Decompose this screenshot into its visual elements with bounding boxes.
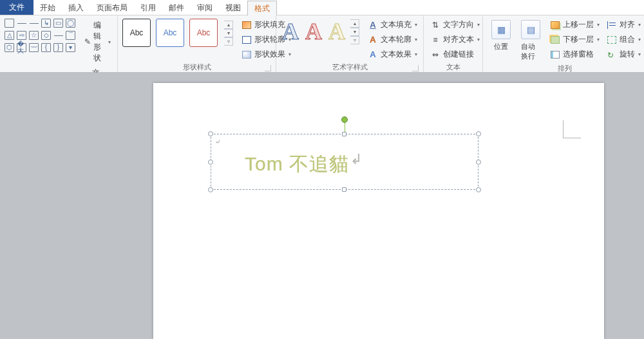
tab-view[interactable]: 视图 [219,0,247,15]
resize-handle[interactable] [476,187,481,192]
tab-file[interactable]: 文件 [0,0,33,15]
align-text-button[interactable]: ≡对齐文本▾ [430,33,481,46]
tab-references[interactable]: 引用 [134,0,162,15]
dialog-launcher-icon[interactable] [265,65,271,71]
rotate-button[interactable]: 旋转▾ [606,48,642,60]
group-button[interactable]: 组合▾ [606,33,642,46]
create-link-button[interactable]: ⇔创建链接 [430,48,481,60]
chevron-down-icon: ▾ [108,39,111,45]
tab-format[interactable]: 格式 [247,1,277,15]
tab-home[interactable]: 开始 [33,0,62,15]
wordart-gallery-nav[interactable]: ▴▾▿ [350,19,359,44]
paragraph-mark-icon: ⤶ [215,138,220,145]
link-icon: ⇔ [431,50,440,59]
rotate-stem [345,122,345,132]
align-icon [607,21,616,29]
dialog-launcher-icon[interactable] [412,65,419,71]
group-label-text: 文本 [446,62,460,72]
resize-handle[interactable] [342,187,346,192]
wordart-preset-3[interactable]: A [327,19,346,44]
shape-effects-icon [242,51,251,59]
selection-pane-icon [551,51,560,59]
resize-handle[interactable] [208,187,213,192]
edit-shape-icon: ✎ [84,37,91,46]
text-effects-icon: A [368,50,377,59]
bring-forward-icon [551,21,560,29]
resize-handle[interactable] [208,160,213,165]
resize-handle[interactable] [342,132,346,136]
text-effects-button[interactable]: A文本效果▾ [367,48,419,60]
shape-style-preset-3[interactable]: Abc [189,19,218,47]
tab-page-layout[interactable]: 页面布局 [90,0,134,15]
margin-guide-icon [563,120,581,138]
position-button[interactable]: ▦ 位置 [488,19,515,53]
group-label-shape-styles: 形状样式 [183,62,211,72]
document-workspace: ⤶ Tom 不追貓↲ [0,73,644,339]
group-label-arrange: 排列 [558,64,572,73]
edit-shape-label: 编辑形状 [93,20,104,64]
end-mark-icon: ↲ [350,151,363,167]
resize-handle[interactable] [208,131,213,136]
menu-bar: 文件 开始 插入 页面布局 引用 邮件 审阅 视图 格式 [0,0,644,15]
wordart-preset-2[interactable]: A [304,19,323,44]
text-fill-icon: A [368,20,377,30]
page[interactable]: ⤶ Tom 不追貓↲ [153,83,604,339]
resize-handle[interactable] [476,160,481,165]
text-outline-button[interactable]: A文本轮廓▾ [367,33,419,46]
rotate-icon [607,51,616,59]
shape-style-preset-2[interactable]: Abc [156,19,184,47]
tab-insert[interactable]: 插入 [62,0,90,15]
bring-forward-button[interactable]: 上移一层▾ [549,19,601,31]
wordart-preset-1[interactable]: A [281,19,300,44]
shape-gallery[interactable]: ↳▭◯ △⇨☆◇⌒ ⬡�大〰{}▾ [5,19,76,53]
text-direction-icon: ⇅ [431,21,440,30]
shape-style-preset-1[interactable]: Abc [122,19,151,47]
shape-outline-icon [242,36,251,44]
align-button[interactable]: 对齐▾ [606,19,642,31]
align-text-icon: ≡ [431,35,440,44]
wrap-icon: ▤ [521,20,540,39]
text-outline-icon: A [368,35,377,44]
ribbon: ↳▭◯ △⇨☆◇⌒ ⬡�大〰{}▾ ✎ 编辑形状 ▾ A 文本框 ▾ 插入形状 [0,15,644,73]
group-label-wordart: 艺术字样式 [332,62,368,72]
tab-review[interactable]: 审阅 [191,0,219,15]
shape-fill-icon [242,21,251,29]
edit-shape-button[interactable]: ✎ 编辑形状 ▾ [82,19,113,65]
send-backward-button[interactable]: 下移一层▾ [549,33,601,46]
shape-style-gallery-nav[interactable]: ▴▾▿ [224,21,233,46]
text-direction-button[interactable]: ⇅文字方向▾ [430,19,481,31]
group-icon [607,36,616,44]
tab-mailings[interactable]: 邮件 [162,0,191,15]
wordart-text[interactable]: Tom 不追貓↲ [245,151,363,178]
text-fill-button[interactable]: A文本填充▾ [367,19,419,31]
resize-handle[interactable] [476,131,481,136]
wrap-text-button[interactable]: ▤ 自动换行 [517,19,544,62]
position-icon: ▦ [491,20,511,39]
selection-pane-button[interactable]: 选择窗格 [549,48,601,60]
send-backward-icon [551,36,560,44]
rotate-handle[interactable] [341,116,348,123]
